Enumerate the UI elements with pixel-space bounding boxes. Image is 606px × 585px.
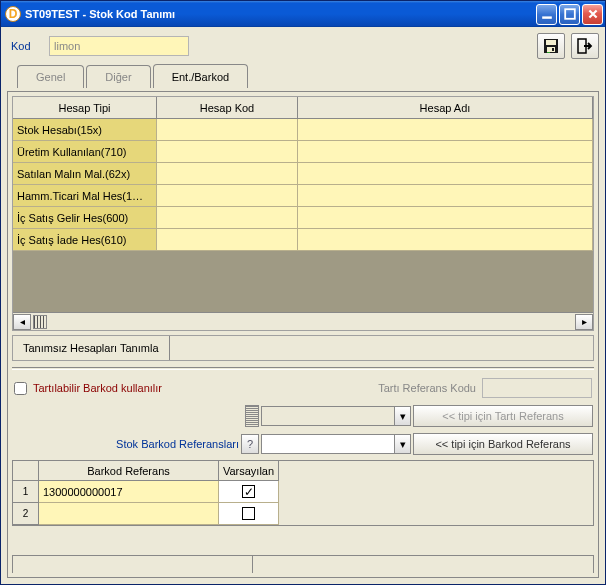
svg-rect-5	[552, 48, 554, 51]
status-bar	[12, 555, 594, 573]
tartilabilir-label: Tartılabilir Barkod kullanılır	[33, 382, 162, 394]
title-bar[interactable]: D ST09TEST - Stok Kod Tanımı	[1, 1, 605, 27]
window-frame: D ST09TEST - Stok Kod Tanımı Kod	[0, 0, 606, 585]
cell-barkod-referans[interactable]	[39, 503, 219, 525]
table-row[interactable]: İç Satış Gelir Hes(600)	[13, 207, 593, 229]
chevron-down-icon: ▾	[394, 407, 410, 425]
window-title: ST09TEST - Stok Kod Tanımı	[25, 8, 536, 20]
tarti-referans-kodu-label: Tartı Referans Kodu	[378, 382, 476, 394]
maximize-button[interactable]	[559, 4, 580, 25]
table-row[interactable]: Stok Hesabı(15x)	[13, 119, 593, 141]
floppy-icon	[543, 38, 559, 54]
col-hesap-adi[interactable]: Hesap Adı	[298, 97, 593, 119]
table-row[interactable]: 2	[13, 503, 593, 525]
svg-rect-1	[565, 9, 575, 19]
cell-hesap-kod[interactable]	[157, 119, 298, 141]
exit-button[interactable]	[571, 33, 599, 59]
table-row[interactable]: Üretim Kullanılan(710)	[13, 141, 593, 163]
cell-hesap-tipi[interactable]: İç Satış Gelir Hes(600)	[13, 207, 157, 229]
barkod-referans-button[interactable]: << tipi için Barkod Referans	[413, 433, 593, 455]
tab-diger[interactable]: Diğer	[86, 65, 150, 88]
row-number[interactable]: 1	[13, 481, 39, 503]
cell-hesap-adi[interactable]	[298, 163, 593, 185]
scroll-right-button[interactable]: ▸	[575, 314, 593, 330]
exit-icon	[577, 38, 593, 54]
table-row[interactable]: Satılan Malın Mal.(62x)	[13, 163, 593, 185]
tab-ent-barkod[interactable]: Ent./Barkod	[153, 64, 248, 88]
chevron-down-icon[interactable]: ▾	[394, 435, 410, 453]
close-button[interactable]	[582, 4, 603, 25]
app-icon: D	[5, 6, 21, 22]
barkod-tip-combo[interactable]: ▾	[261, 434, 411, 454]
splitter-handle[interactable]	[245, 405, 259, 427]
col-hesap-tipi[interactable]: Hesap Tipi	[13, 97, 157, 119]
grid-scrollbar: ◂ ▸	[13, 312, 593, 330]
kod-label: Kod	[7, 40, 43, 52]
client-area: Kod Genel Diğer	[1, 27, 605, 584]
cell-hesap-kod[interactable]	[157, 229, 298, 251]
cell-varsayilan[interactable]	[219, 503, 279, 525]
cell-hesap-tipi[interactable]: Stok Hesabı(15x)	[13, 119, 157, 141]
table-row[interactable]: İç Satış İade Hes(610)	[13, 229, 593, 251]
hesap-grid: Hesap Tipi Hesap Kod Hesap Adı Stok Hesa…	[12, 96, 594, 331]
tartilabilir-checkbox[interactable]	[14, 382, 27, 395]
cell-hesap-kod[interactable]	[157, 207, 298, 229]
cell-hesap-adi[interactable]	[298, 119, 593, 141]
row-number[interactable]: 2	[13, 503, 39, 525]
cell-hesap-tipi[interactable]: Üretim Kullanılan(710)	[13, 141, 157, 163]
checkbox-icon[interactable]	[242, 507, 255, 520]
divider	[12, 367, 594, 370]
table-row[interactable]: 11300000000017✓	[13, 481, 593, 503]
minimize-button[interactable]	[536, 4, 557, 25]
col-barkod-referans[interactable]: Barkod Referans	[39, 461, 219, 481]
tab-bar: Genel Diğer Ent./Barkod	[7, 64, 599, 88]
checkbox-icon[interactable]: ✓	[242, 485, 255, 498]
cell-hesap-adi[interactable]	[298, 207, 593, 229]
cell-hesap-tipi[interactable]: Satılan Malın Mal.(62x)	[13, 163, 157, 185]
col-hesap-kod[interactable]: Hesap Kod	[157, 97, 298, 119]
cell-hesap-tipi[interactable]: Hamm.Ticari Mal Hes(1…	[13, 185, 157, 207]
cell-hesap-adi[interactable]	[298, 185, 593, 207]
tarti-referans-kodu-input	[482, 378, 592, 398]
svg-rect-6	[547, 52, 550, 53]
define-undefined-accounts-button[interactable]: Tanımsız Hesapları Tanımla	[13, 336, 170, 360]
tarti-referans-button: << tipi için Tartı Referans	[413, 405, 593, 427]
kod-input[interactable]	[49, 36, 189, 56]
columns-icon[interactable]	[33, 315, 47, 329]
cell-hesap-adi[interactable]	[298, 229, 593, 251]
cell-hesap-tipi[interactable]: İç Satış İade Hes(610)	[13, 229, 157, 251]
tarti-tip-combo: ▾	[261, 406, 411, 426]
barkod-grid: Barkod Referans Varsayılan 1130000000001…	[12, 460, 594, 526]
cell-barkod-referans[interactable]: 1300000000017	[39, 481, 219, 503]
table-row[interactable]: Hamm.Ticari Mal Hes(1…	[13, 185, 593, 207]
scroll-left-button[interactable]: ◂	[13, 314, 31, 330]
svg-rect-3	[546, 40, 556, 45]
cell-hesap-kod[interactable]	[157, 185, 298, 207]
col-rownum[interactable]	[13, 461, 39, 481]
cell-hesap-adi[interactable]	[298, 141, 593, 163]
stok-barkod-ref-label: Stok Barkod Referansları	[13, 438, 239, 450]
save-button[interactable]	[537, 33, 565, 59]
col-varsayilan[interactable]: Varsayılan	[219, 461, 279, 481]
tab-content: Hesap Tipi Hesap Kod Hesap Adı Stok Hesa…	[7, 91, 599, 578]
cell-varsayilan[interactable]: ✓	[219, 481, 279, 503]
define-row: Tanımsız Hesapları Tanımla	[12, 335, 594, 361]
help-button[interactable]: ?	[241, 434, 259, 454]
svg-rect-0	[542, 16, 552, 18]
cell-hesap-kod[interactable]	[157, 141, 298, 163]
tab-genel[interactable]: Genel	[17, 65, 84, 88]
cell-hesap-kod[interactable]	[157, 163, 298, 185]
